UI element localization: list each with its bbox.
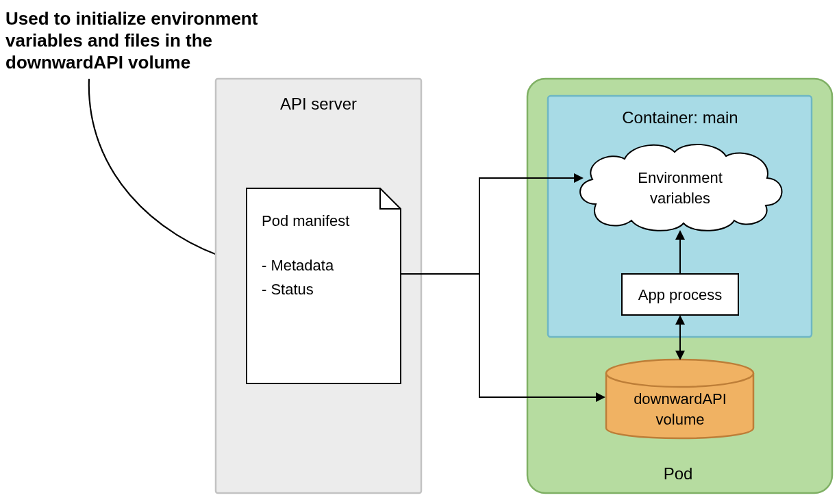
pod-manifest-item1: - Metadata — [262, 257, 334, 274]
container-main-label: Container: main — [622, 108, 738, 127]
pod-label: Pod — [664, 464, 693, 483]
env-vars-label-1: Environment — [638, 169, 723, 186]
svg-point-7 — [606, 360, 753, 387]
container-main-box: Container: main Environment variables Ap… — [548, 96, 812, 337]
env-vars-cloud: Environment variables — [580, 144, 781, 231]
diagram-root: Used to initialize environment variables… — [0, 0, 839, 504]
annotation-line-3: downwardAPI volume — [5, 52, 190, 73]
api-server-label: API server — [280, 94, 357, 113]
api-server-box: API server Pod manifest - Metadata - Sta… — [216, 79, 421, 493]
pod-manifest-doc: Pod manifest - Metadata - Status — [247, 188, 401, 383]
app-process-label: App process — [638, 286, 722, 303]
pod-box: Pod Container: main Environment variable… — [527, 79, 832, 493]
env-vars-label-2: variables — [650, 190, 710, 207]
volume-label-2: volume — [656, 411, 705, 428]
pod-manifest-item2: - Status — [262, 281, 314, 298]
app-process-box: App process — [622, 274, 738, 315]
pod-manifest-title: Pod manifest — [262, 212, 349, 229]
volume-label-1: downwardAPI — [634, 390, 727, 407]
annotation-group: Used to initialize environment variables… — [5, 8, 258, 73]
annotation-line-1: Used to initialize environment — [5, 8, 258, 29]
downwardapi-volume-cylinder: downwardAPI volume — [606, 360, 753, 438]
annotation-arrow — [89, 79, 233, 262]
annotation-line-2: variables and files in the — [5, 30, 212, 51]
